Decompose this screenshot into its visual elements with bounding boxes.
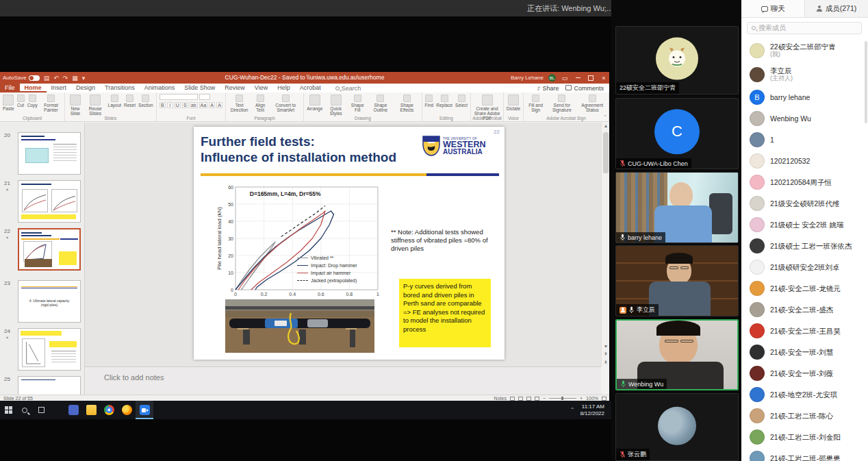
reset-button[interactable]: Reset	[124, 94, 136, 108]
slide-thumbnail-23[interactable]: 4. Ultimate lateral capacity(rigid piles…	[18, 280, 81, 323]
ribbon-display-icon[interactable]: ▭	[561, 74, 569, 82]
select-button[interactable]: Select	[455, 94, 468, 108]
font-style-a[interactable]: A	[216, 102, 222, 108]
member-row[interactable]: 22硕安全二班邵宁胄(我)	[741, 38, 868, 62]
tab-members[interactable]: 成员(271)	[805, 0, 868, 17]
member-row[interactable]: 21级硕士 安全2班 姚瑞	[741, 214, 868, 235]
account-name[interactable]: Barry Lehane	[511, 75, 544, 81]
ribbon-tab-slide-show[interactable]: Slide Show	[179, 84, 220, 92]
font-style-i[interactable]: I	[167, 102, 173, 108]
previous-slide-icon[interactable]: ⇞	[602, 351, 610, 357]
task-view-button[interactable]	[33, 401, 49, 419]
ribbon-tab-help[interactable]: Help	[272, 84, 295, 92]
slide-canvas[interactable]: 22 Further field tests: Influence of ins…	[194, 127, 505, 360]
member-row[interactable]: 21硕-工岩二班-陈心	[741, 405, 868, 426]
member-row[interactable]: 21硕-安全二班-龙镜元	[741, 277, 868, 299]
ribbon-tab-design[interactable]: Design	[71, 84, 100, 92]
close-button[interactable]: ×	[600, 74, 608, 82]
member-row[interactable]: 21级硕士 工岩一班张依杰	[741, 235, 868, 256]
minimize-button[interactable]	[574, 74, 582, 82]
ribbon-search[interactable]: Search	[335, 85, 361, 92]
zoom-slider[interactable]	[549, 398, 576, 399]
text-direction-button[interactable]: Text Direction	[229, 94, 250, 112]
member-row[interactable]: 21硕-工岩二班-刘金阳	[741, 426, 868, 447]
font-style-b[interactable]: B	[159, 102, 166, 108]
tab-chat[interactable]: 聊天	[741, 0, 805, 17]
font-style-aa[interactable]: Aa	[199, 102, 208, 108]
taskbar-app-firefox[interactable]	[118, 401, 136, 419]
ribbon-tab-acrobat[interactable]: Acrobat	[295, 84, 326, 92]
zoom-out-icon[interactable]: −	[543, 396, 546, 401]
quick-styles-button[interactable]: Quick Styles	[325, 94, 346, 116]
ribbon-tab-file[interactable]: File	[0, 84, 20, 92]
maximize-button[interactable]	[587, 74, 595, 82]
share-button[interactable]: Share	[536, 85, 559, 92]
shape-effects-button[interactable]: Shape Effects	[395, 94, 418, 112]
member-row[interactable]: 21硕-地空2班-尤安琪	[741, 384, 868, 405]
member-row[interactable]: 21硕-工岩二班-邵懋懋	[741, 447, 868, 461]
zoom-level[interactable]: 100%	[586, 396, 598, 401]
taskbar-app-chrome[interactable]	[100, 401, 118, 419]
member-list-scrollbar[interactable]	[865, 41, 867, 123]
slide-thumbnail-panel[interactable]: 2021✶22✶234. Ultimate lateral capacity(r…	[0, 123, 85, 398]
taskbar-app-file-explorer[interactable]	[82, 401, 100, 419]
slide-thumbnail-20[interactable]	[18, 132, 81, 175]
member-row[interactable]: 21级安全硕研2班代维	[741, 192, 868, 214]
member-row[interactable]: 1202120584周子恒	[741, 171, 868, 192]
tray-expand-icon[interactable]: ⌃	[570, 407, 575, 413]
ribbon-tab-transitions[interactable]: Transitions	[100, 84, 140, 92]
reading-view-icon[interactable]	[526, 397, 531, 401]
slide-thumbnail-22[interactable]	[18, 228, 81, 271]
ribbon-tab-view[interactable]: View	[250, 84, 272, 92]
font-style-s[interactable]: S	[182, 102, 188, 108]
font-style-a[interactable]: A	[209, 102, 215, 108]
normal-view-icon[interactable]	[510, 397, 515, 401]
video-tile[interactable]: 22硕安全二班邵宁胄	[615, 26, 739, 95]
taskbar-app-voov-meeting[interactable]	[136, 401, 153, 419]
member-row[interactable]: 21硕-安全一班-刘慧	[741, 341, 868, 362]
slideshow-icon[interactable]	[535, 397, 539, 401]
slide-thumbnail-21[interactable]	[18, 180, 81, 223]
slide-sorter-icon[interactable]	[518, 397, 523, 401]
font-style-ab[interactable]: ab	[190, 102, 198, 108]
video-tile[interactable]: 李立辰	[615, 245, 739, 316]
member-row[interactable]: 1202120532	[741, 150, 868, 171]
ribbon-tab-insert[interactable]: Insert	[47, 84, 72, 92]
scrollbar-thumb[interactable]	[603, 132, 609, 173]
slide-thumbnail-24[interactable]	[18, 328, 81, 371]
scroll-down-icon[interactable]: ▼	[602, 344, 610, 349]
video-tile-active-speaker[interactable]: Wenbing Wu	[615, 319, 739, 390]
new-slide-button[interactable]: New Slide	[68, 94, 83, 116]
vertical-scrollbar[interactable]: ▲ ▼ ⇞ ⇟	[601, 123, 609, 366]
member-list[interactable]: 22硕安全二班邵宁胄(我)李立辰(主持人)Bbarry lehaneWenbin…	[741, 38, 868, 461]
member-row[interactable]: 李立辰(主持人)	[741, 62, 868, 86]
member-row[interactable]: 21级硕研安全2班刘卓	[741, 256, 868, 277]
ribbon-tab-home[interactable]: Home	[20, 84, 47, 92]
fit-slide-icon[interactable]	[602, 397, 607, 401]
shape-outline-button[interactable]: Shape Outline	[368, 94, 392, 112]
member-row[interactable]: 21硕-安全二班-盛杰	[741, 299, 868, 320]
notes-toggle-button[interactable]: Notes	[494, 396, 507, 401]
member-row[interactable]: Bbarry lehane	[741, 86, 868, 108]
member-row[interactable]: 21硕-安全二班-王昌昊	[741, 320, 868, 341]
ribbon-tab-animations[interactable]: Animations	[140, 84, 180, 92]
replace-button[interactable]: Replace	[436, 94, 452, 108]
find-button[interactable]: Find	[425, 94, 434, 108]
reuse-slides-button[interactable]: Reuse Slides	[86, 94, 105, 116]
member-row[interactable]: Wenbing Wu	[741, 108, 868, 129]
taskbar-app-teams[interactable]	[64, 401, 82, 419]
paste-button[interactable]: Paste	[3, 94, 14, 111]
zoom-in-icon[interactable]: +	[580, 396, 583, 401]
fill-and-sign-button[interactable]: Fill and Sign	[526, 94, 545, 112]
layout-button[interactable]: Layout	[108, 94, 122, 108]
ribbon-tab-review[interactable]: Review	[220, 84, 250, 92]
agreement-status-button[interactable]: Agreement Status	[578, 94, 606, 112]
video-tile[interactable]: 张云鹏	[615, 393, 739, 461]
start-button[interactable]	[0, 401, 16, 419]
cut-button[interactable]: Cut	[17, 94, 25, 108]
font-name-box[interactable]	[159, 94, 198, 100]
convert-to-smartart-button[interactable]: Convert to SmartArt	[270, 94, 301, 112]
member-search-input[interactable]: 搜索成员	[747, 22, 862, 34]
font-size-box[interactable]	[199, 94, 210, 100]
send-for-signature-button[interactable]: Send for Signature	[548, 94, 576, 112]
